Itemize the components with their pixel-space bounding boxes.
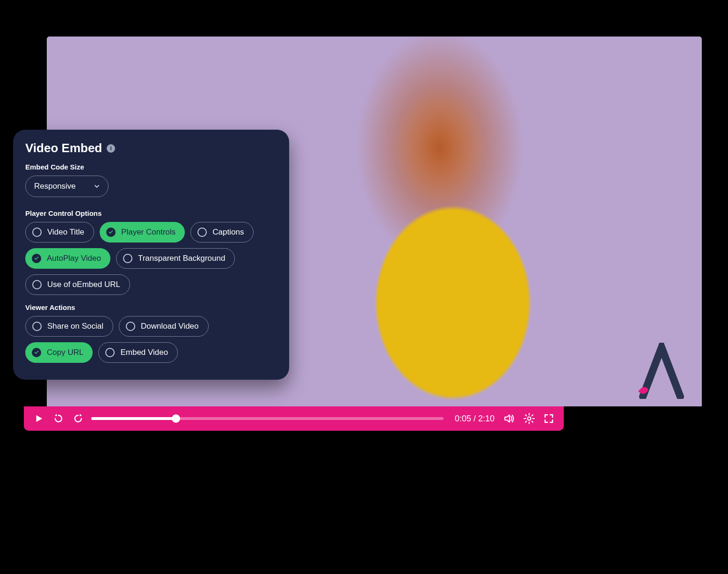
chip-label: Transparent Background [138,254,225,263]
forward-button[interactable] [72,412,85,425]
svg-point-0 [528,417,531,420]
gear-icon [523,412,535,425]
radio-icon [126,322,135,331]
action-copy-url[interactable]: Copy URL [25,342,93,363]
option-player-controls[interactable]: Player Controls [100,222,185,243]
check-icon [32,254,41,263]
chip-label: Captions [212,228,244,237]
forward-icon [73,413,84,424]
chip-label: Copy URL [47,348,83,357]
duration: 2:10 [478,414,495,423]
check-icon [106,228,116,237]
chip-label: AutoPlay Video [47,254,101,263]
settings-button[interactable] [523,412,536,425]
radio-icon [32,228,42,237]
rewind-button[interactable] [52,412,65,425]
chip-label: Video Title [47,228,84,237]
chip-label: Player Controls [121,228,175,237]
check-icon [32,348,41,357]
play-button[interactable] [32,412,45,425]
radio-icon [197,228,207,237]
brand-logo [633,343,685,399]
volume-button[interactable] [503,412,516,425]
player-control-bar: 0:05 / 2:10 [24,406,564,431]
player-options-group: Video TitlePlayer ControlsCaptionsAutoPl… [25,222,277,295]
progress-bar[interactable] [91,417,444,420]
player-options-label: Player Control Options [25,209,277,217]
action-download-video[interactable]: Download Video [119,316,209,337]
chevron-down-icon [93,183,101,190]
panel-title: Video Embed [25,141,102,155]
radio-icon [123,254,132,263]
viewer-actions-group: Share on SocialDownload VideoCopy URLEmb… [25,316,277,363]
action-embed-video[interactable]: Embed Video [98,342,178,363]
embed-size-select[interactable]: Responsive [25,176,109,197]
chip-label: Download Video [141,322,199,331]
option-captions[interactable]: Captions [190,222,254,243]
embed-size-label: Embed Code Size [25,163,277,171]
volume-icon [503,412,516,425]
option-video-title[interactable]: Video Title [25,222,94,243]
time-display: 0:05 / 2:10 [455,414,495,424]
radio-icon [105,348,115,357]
info-icon[interactable]: i [107,144,115,153]
fullscreen-icon [543,413,554,424]
chip-label: Use of oEmbed URL [47,280,120,289]
chip-label: Embed Video [120,348,168,357]
viewer-actions-label: Viewer Actions [25,303,277,311]
radio-icon [32,280,42,289]
chip-label: Share on Social [47,322,103,331]
option-transparent-background[interactable]: Transparent Background [116,248,235,269]
option-autoplay-video[interactable]: AutoPlay Video [25,248,110,269]
rewind-icon [53,413,64,424]
embed-size-value: Responsive [34,182,76,191]
radio-icon [32,322,42,331]
action-share-on-social[interactable]: Share on Social [25,316,113,337]
fullscreen-button[interactable] [542,412,555,425]
video-embed-panel: Video Embed i Embed Code Size Responsive… [13,130,289,380]
current-time: 0:05 [455,414,471,423]
play-icon [34,413,44,424]
option-use-of-oembed-url[interactable]: Use of oEmbed URL [25,274,130,295]
